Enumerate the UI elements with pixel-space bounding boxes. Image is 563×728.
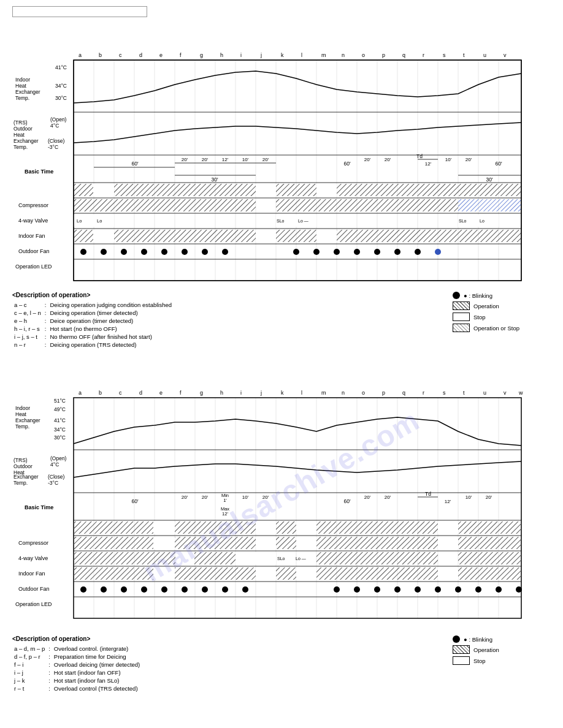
desc1-title: <Description of operation>	[12, 292, 434, 298]
svg-point-161	[415, 249, 421, 255]
svg-text:-3°C: -3°C	[48, 480, 58, 486]
svg-text:o: o	[362, 52, 365, 58]
svg-text:10': 10'	[242, 495, 249, 500]
svg-text:m: m	[321, 52, 326, 58]
svg-point-312	[496, 586, 502, 593]
svg-rect-142	[357, 230, 458, 242]
svg-text:34°C: 34°C	[55, 83, 67, 89]
svg-point-156	[313, 249, 320, 255]
svg-text:h: h	[220, 390, 223, 396]
svg-text:49°C: 49°C	[54, 406, 66, 412]
svg-text:(Close): (Close)	[48, 138, 65, 144]
desc2-row-6: r – t:Overload control (TRS detected)	[12, 684, 142, 692]
desc2-row-2: d – f, p – r:Preparation time for Deicin…	[12, 653, 142, 661]
svg-point-306	[374, 586, 380, 593]
svg-text:34°C: 34°C	[54, 427, 66, 433]
svg-text:(Close): (Close)	[48, 474, 65, 480]
svg-text:q: q	[402, 390, 405, 396]
svg-rect-290	[458, 567, 521, 580]
svg-text:20': 20'	[202, 157, 209, 162]
svg-text:s: s	[443, 390, 446, 396]
desc2-row-4: i – j:Hot start (indoor fan OFF)	[12, 669, 142, 677]
desc2-row-1: a – d, m – p:Overload control. (intergra…	[12, 645, 142, 653]
svg-text:60': 60'	[495, 161, 502, 167]
legend-operation-label: Operation	[473, 303, 499, 309]
svg-rect-146	[316, 230, 337, 242]
svg-point-150	[141, 249, 147, 255]
svg-text:r: r	[423, 390, 424, 396]
svg-text:Heat: Heat	[15, 83, 27, 89]
svg-text:4°C: 4°C	[50, 123, 59, 129]
svg-text:w: w	[518, 390, 523, 396]
svg-rect-122	[357, 199, 458, 211]
svg-text:Lo —: Lo —	[296, 556, 306, 561]
svg-text:c: c	[119, 52, 122, 58]
svg-text:h: h	[220, 52, 223, 58]
svg-rect-117	[114, 199, 236, 211]
svg-rect-266	[153, 521, 175, 534]
svg-text:l: l	[301, 390, 302, 396]
svg-text:Compressor: Compressor	[18, 202, 48, 208]
svg-rect-144	[93, 230, 114, 242]
svg-point-311	[475, 586, 481, 593]
desc1-row-3: e – h:Deice operation (timer detected)	[12, 317, 174, 325]
svg-point-152	[182, 249, 188, 255]
svg-text:(Open): (Open)	[50, 455, 67, 461]
svg-text:a: a	[79, 52, 82, 58]
svg-point-157	[334, 249, 340, 255]
svg-text:q: q	[402, 52, 405, 58]
svg-text:SLo: SLo	[459, 219, 467, 223]
svg-rect-121	[337, 199, 357, 211]
svg-point-304	[334, 586, 340, 593]
svg-text:Exchanger: Exchanger	[15, 89, 40, 95]
svg-text:Indoor: Indoor	[15, 405, 30, 411]
svg-text:30': 30'	[486, 176, 492, 183]
legend-blinking-label: ● : Blinking	[464, 292, 492, 299]
svg-text:Operation LED: Operation LED	[15, 264, 52, 270]
svg-text:Outdoor Fan: Outdoor Fan	[18, 586, 50, 592]
svg-rect-270	[74, 537, 153, 549]
svg-text:60': 60'	[131, 161, 138, 167]
svg-text:Temp.: Temp.	[15, 95, 29, 101]
svg-text:v: v	[504, 52, 507, 58]
svg-text:10': 10'	[465, 495, 472, 500]
svg-text:p: p	[382, 390, 385, 396]
svg-text:d: d	[139, 52, 142, 58]
svg-text:12': 12'	[222, 511, 228, 517]
legend-stop-label: Stop	[473, 314, 486, 320]
svg-rect-274	[458, 537, 521, 549]
svg-text:20': 20'	[202, 495, 209, 500]
svg-text:Indoor Fan: Indoor Fan	[18, 233, 45, 239]
blinking-icon-2	[453, 635, 460, 643]
svg-text:SLo: SLo	[277, 556, 285, 561]
svg-text:Exchanger: Exchanger	[13, 474, 39, 480]
svg-rect-107	[236, 184, 256, 196]
svg-point-296	[101, 586, 107, 593]
svg-text:10': 10'	[445, 157, 452, 162]
svg-text:v: v	[504, 390, 507, 396]
svg-text:r: r	[423, 52, 424, 58]
page-input[interactable]	[12, 6, 147, 17]
svg-point-308	[415, 586, 421, 593]
svg-text:e: e	[159, 390, 163, 396]
svg-rect-262	[175, 521, 256, 534]
svg-point-148	[101, 249, 107, 255]
diagram-2-description: <Description of operation> a – d, m – p:…	[12, 635, 551, 692]
svg-text:12': 12'	[445, 499, 451, 504]
svg-text:12': 12'	[425, 161, 432, 167]
svg-text:Compressor: Compressor	[18, 540, 48, 546]
svg-point-297	[121, 586, 127, 593]
svg-point-295	[80, 586, 86, 593]
diagram-1-section: Indoor Heat Exchanger Temp. 41°C 34°C 30…	[12, 23, 551, 349]
svg-text:SLo: SLo	[277, 219, 285, 223]
svg-text:Outdoor: Outdoor	[13, 126, 33, 132]
svg-rect-289	[316, 567, 438, 580]
svg-text:u: u	[483, 390, 486, 396]
svg-text:41°C: 41°C	[55, 64, 67, 70]
desc2-row-3: f – i:Overload deicing (timer detected)	[12, 661, 142, 669]
svg-text:20': 20'	[182, 157, 188, 162]
svg-text:Exchanger: Exchanger	[15, 417, 40, 423]
svg-text:Outdoor Fan: Outdoor Fan	[18, 248, 50, 254]
svg-text:Td: Td	[416, 153, 423, 159]
svg-rect-113	[93, 184, 114, 196]
